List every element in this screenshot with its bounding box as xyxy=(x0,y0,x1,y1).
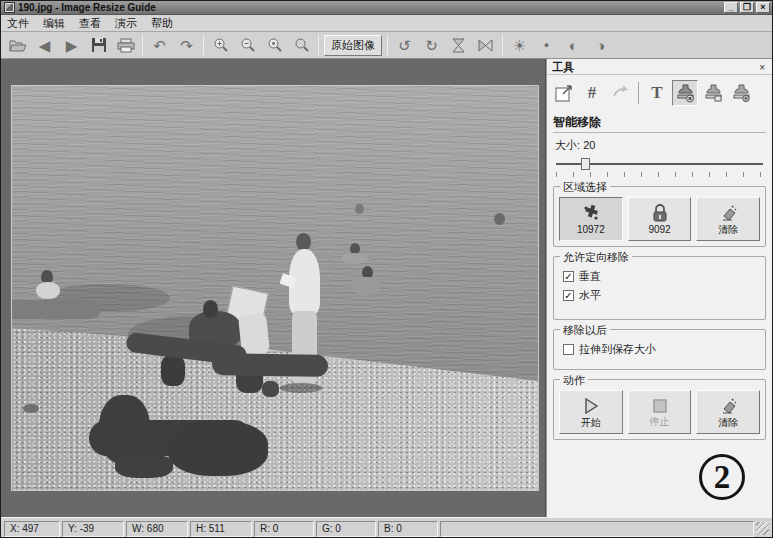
hide-object-tool-button[interactable] xyxy=(728,80,754,106)
region-group-label: 区域选择 xyxy=(560,180,610,195)
smart-patch-stamp-icon xyxy=(704,84,723,103)
menu-edit[interactable]: 编辑 xyxy=(43,15,65,31)
zoom-out-icon xyxy=(240,37,256,53)
save-button[interactable] xyxy=(85,34,112,57)
status-x: X: 497 xyxy=(4,521,60,537)
resize-tool-button[interactable] xyxy=(551,80,577,106)
size-slider[interactable] xyxy=(556,157,763,171)
open-file-button[interactable] xyxy=(4,34,31,57)
panel-close-icon[interactable]: × xyxy=(757,63,767,73)
toolbar-separator xyxy=(387,35,388,55)
brush-size-row: 大小: 20 xyxy=(555,138,764,153)
size-value: 20 xyxy=(583,139,595,151)
slider-handle[interactable] xyxy=(581,158,590,170)
slider-ticks xyxy=(556,172,763,177)
stop-button[interactable]: 停止 xyxy=(628,390,692,434)
contrast-icon: ◐ xyxy=(569,38,578,53)
start-button[interactable]: 开始 xyxy=(559,390,623,434)
saturation-button[interactable]: ● xyxy=(533,34,560,57)
size-label: 大小: xyxy=(555,139,580,151)
swimmer-left-body xyxy=(36,282,60,299)
horizontal-checkbox-row[interactable]: ✓ 水平 xyxy=(563,288,756,303)
action-group-label: 动作 xyxy=(560,373,588,388)
menu-view[interactable]: 查看 xyxy=(79,15,101,31)
text-tool-button[interactable]: T xyxy=(644,80,670,106)
title-bar: 190.jpg - Image Resize Guide _ ❐ × xyxy=(1,1,772,15)
tool-panel: 工具 × # T xyxy=(546,59,772,517)
photo-canvas[interactable] xyxy=(11,85,539,491)
flip-vertical-icon xyxy=(451,38,466,53)
forward-button[interactable]: ▶ xyxy=(58,34,85,57)
seated-person-head xyxy=(203,300,218,318)
zoom-fit-icon xyxy=(294,37,310,53)
undo-icon: ↶ xyxy=(153,38,166,53)
brightness-button[interactable]: ☀ xyxy=(506,34,533,57)
menu-demo[interactable]: 演示 xyxy=(115,15,137,31)
hide-object-stamp-icon xyxy=(732,84,751,103)
rotate-right-icon: ↻ xyxy=(425,38,438,53)
zoom-fit-button[interactable] xyxy=(288,34,315,57)
smart-patch-tool-button[interactable] xyxy=(700,80,726,106)
redo-button[interactable]: ↷ xyxy=(173,34,200,57)
app-icon xyxy=(4,2,15,13)
swimmer-shoulders xyxy=(341,253,367,264)
flip-horizontal-icon xyxy=(478,38,493,53)
minimize-button[interactable]: _ xyxy=(724,2,738,13)
protect-region-button[interactable]: 9092 xyxy=(628,197,692,241)
stretch-checkbox-row[interactable]: 拉伸到保存大小 xyxy=(563,342,756,357)
zoom-out-button[interactable] xyxy=(234,34,261,57)
resize-grip[interactable] xyxy=(756,522,769,535)
toolbar: ◀ ▶ ↶ ↷ 原始图像 ↺ ↻ xyxy=(1,32,772,59)
remove-brush-icon xyxy=(581,203,601,223)
direction-group-label: 允许定向移除 xyxy=(560,250,632,265)
crop-tool-button[interactable]: # xyxy=(579,80,605,106)
back-arrow-icon: ◀ xyxy=(39,38,51,53)
eraser-icon xyxy=(718,203,738,223)
clear-marks-button[interactable]: 清除 xyxy=(696,390,760,434)
tool-panel-title: 工具 xyxy=(552,60,757,75)
figure-number-badge: 2 xyxy=(699,454,745,500)
stop-label: 停止 xyxy=(650,417,670,427)
play-icon xyxy=(581,396,601,416)
maximize-button[interactable]: ❐ xyxy=(740,2,754,13)
rotate-right-button[interactable]: ↻ xyxy=(418,34,445,57)
original-image-button[interactable]: 原始图像 xyxy=(324,35,382,56)
back-button[interactable]: ◀ xyxy=(31,34,58,57)
region-buttons: 10972 9092 清除 xyxy=(559,197,760,241)
main-area: 工具 × # T xyxy=(1,59,772,517)
contrast-button[interactable]: ◐ xyxy=(560,34,587,57)
flip-horizontal-button[interactable] xyxy=(472,34,499,57)
gamma-button[interactable]: ◑ xyxy=(587,34,614,57)
smart-remove-stamp-icon xyxy=(676,84,695,103)
smart-resize-tool-button[interactable] xyxy=(607,80,633,106)
flip-vertical-button[interactable] xyxy=(445,34,472,57)
window-title: 190.jpg - Image Resize Guide xyxy=(18,2,722,14)
clear-region-button[interactable]: 清除 xyxy=(696,197,760,241)
stretch-checkbox[interactable] xyxy=(563,344,574,355)
action-buttons: 开始 停止 清除 xyxy=(559,390,760,434)
zoom-in-button[interactable] xyxy=(207,34,234,57)
horizontal-checkbox[interactable]: ✓ xyxy=(563,290,574,301)
direction-group: 允许定向移除 ✓ 垂直 ✓ 水平 xyxy=(553,256,766,320)
rotate-left-button[interactable]: ↺ xyxy=(391,34,418,57)
status-height: H: 511 xyxy=(190,521,252,537)
smart-remove-tool-button[interactable] xyxy=(672,80,698,106)
resize-icon xyxy=(555,84,573,102)
gamma-icon: ◑ xyxy=(596,38,605,53)
zoom-in-icon xyxy=(213,37,229,53)
bag-small xyxy=(262,381,279,397)
remove-region-button[interactable]: 10972 xyxy=(559,197,623,241)
close-button[interactable]: × xyxy=(756,2,770,13)
zoom-actual-button[interactable] xyxy=(261,34,288,57)
image-canvas xyxy=(1,59,546,517)
bag xyxy=(161,355,184,386)
vertical-checkbox-row[interactable]: ✓ 垂直 xyxy=(563,269,756,284)
menu-file[interactable]: 文件 xyxy=(7,15,29,31)
status-filler xyxy=(440,521,754,537)
status-width: W: 680 xyxy=(126,521,188,537)
undo-button[interactable]: ↶ xyxy=(146,34,173,57)
menu-help[interactable]: 帮助 xyxy=(151,15,173,31)
print-button[interactable] xyxy=(112,34,139,57)
vertical-checkbox[interactable]: ✓ xyxy=(563,271,574,282)
zoom-actual-icon xyxy=(267,37,283,53)
